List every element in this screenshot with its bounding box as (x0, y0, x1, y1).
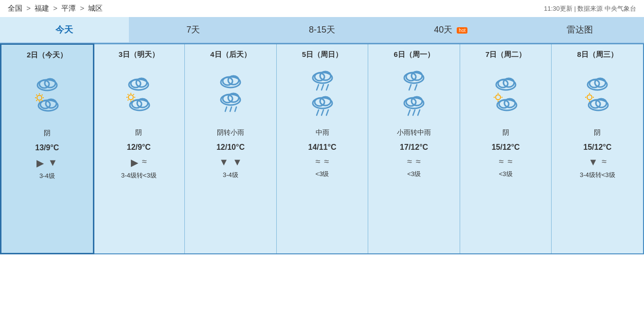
weather-icons (217, 66, 244, 120)
tab-radar[interactable]: 雷达图 (515, 17, 644, 42)
breadcrumb-sep: > (26, 4, 31, 12)
wind-level: <3级 (407, 170, 421, 178)
svg-line-38 (235, 107, 236, 111)
temperature: 15/12°C (492, 143, 520, 152)
breadcrumb[interactable]: 全国 > 福建 > 平潭 > 城区 (8, 4, 103, 13)
cloud-day-icon (492, 74, 519, 91)
cloud-day-icon (217, 71, 244, 89)
cloud-day-icon (584, 74, 611, 91)
hot-badge: hot (457, 27, 467, 34)
wind-arrow-1: ▼ (219, 157, 229, 168)
svg-line-48 (317, 110, 319, 115)
weather-desc: 小雨转中雨 (397, 128, 431, 137)
day-col-3: 4日（后天） 阴转小雨 12/10°C ▼ ▼ 3-4级 (185, 44, 277, 253)
wind-arrow-2: ▼ (48, 157, 57, 169)
day-col-6: 7日（周二） 阴 15/12°C ≈ ≈ <3级 (460, 44, 552, 253)
day-col-7: 8日（周三） 阴 15/12°C ▼ ≈ 3-4级转<3级 (552, 44, 643, 253)
wind-wave-2: ≈ (324, 157, 329, 167)
tab-40days[interactable]: 40天 hot (386, 17, 515, 42)
update-info: 11:30更新 | 数据来源 中央气象台 (544, 4, 636, 13)
wind-level: <3级 (499, 170, 513, 178)
wind-wave-1: ≈ (316, 157, 321, 167)
wind-wave-1: ≈ (602, 157, 607, 168)
wind-level: <3级 (316, 170, 329, 178)
weather-desc: 阴 (594, 128, 601, 137)
svg-line-44 (326, 85, 328, 90)
wind-wave-2: ≈ (508, 157, 513, 167)
svg-line-59 (408, 110, 410, 115)
svg-line-37 (230, 107, 232, 111)
wind-wave-2: ≈ (416, 157, 421, 167)
svg-line-11 (36, 95, 37, 96)
svg-line-12 (42, 100, 43, 101)
weather-icons (125, 66, 152, 120)
tab-8-15days[interactable]: 8-15天 (258, 17, 387, 42)
day-col-5: 6日（周一） 小雨转中雨 17/12°C ≈ ≈ <3级 (368, 44, 460, 253)
day-label: 4日（后天） (210, 50, 250, 59)
breadcrumb-sep: > (53, 4, 57, 12)
rain-day-icon (309, 68, 336, 92)
svg-line-28 (133, 94, 134, 95)
svg-point-6 (37, 95, 42, 100)
weather-desc: 阴 (44, 129, 51, 138)
svg-line-29 (128, 100, 129, 101)
weather-icons (492, 66, 519, 120)
svg-line-42 (317, 85, 319, 90)
day-label: 7日（周二） (485, 50, 526, 59)
svg-point-79 (587, 95, 592, 100)
tab-7days[interactable]: 7天 (129, 17, 258, 42)
svg-line-36 (225, 107, 227, 111)
wind-arrow-2: ▼ (233, 157, 242, 168)
rain-night-icon (400, 93, 428, 118)
wind-icons: ≈ ≈ (499, 157, 513, 167)
cloud-night-icon (34, 93, 61, 112)
wind-arrow-1: ▶ (131, 157, 138, 168)
temperature: 12/9°C (127, 143, 151, 152)
temperature: 13/9°C (35, 143, 59, 152)
temperature: 17/12°C (400, 143, 428, 152)
weather-desc: 阴转小雨 (217, 128, 244, 137)
wind-icons: ▼ ≈ (588, 157, 607, 168)
wind-wave-1: ≈ (407, 157, 412, 167)
svg-line-55 (415, 85, 417, 90)
tab-today[interactable]: 今天 (0, 17, 129, 42)
day-col-4: 5日（周日） 中雨 14/11°C ≈ (277, 44, 369, 253)
weather-icons (584, 66, 611, 120)
wind-level: 3-4级转<3级 (580, 171, 615, 179)
cloud-day-icon (125, 74, 152, 91)
weather-grid: 2日（今天） (0, 43, 644, 254)
svg-line-60 (413, 110, 415, 115)
top-bar: 全国 > 福建 > 平潭 > 城区 11:30更新 | 数据来源 中央气象台 (0, 0, 644, 17)
weather-icons (400, 66, 428, 120)
weather-desc: 中雨 (316, 128, 329, 137)
cloud-night-icon (492, 92, 519, 112)
wind-arrow-1: ▶ (36, 157, 44, 169)
cloud-day-icon (34, 74, 61, 92)
wind-arrow-1: ▼ (588, 157, 598, 168)
svg-line-43 (322, 85, 323, 90)
day-col-2: 3日（明天） 阴 12/9°C (93, 44, 185, 253)
cloud-night-icon (584, 92, 611, 112)
svg-line-14 (36, 100, 37, 101)
svg-line-54 (409, 85, 411, 90)
wind-level: 3-4级 (223, 171, 238, 179)
breadcrumb-sep: > (80, 4, 84, 12)
svg-point-68 (496, 95, 501, 100)
wind-icons: ≈ ≈ (316, 157, 329, 167)
svg-line-27 (133, 100, 134, 101)
day-col-today: 2日（今天） (0, 43, 94, 254)
weather-desc: 阴 (135, 128, 142, 137)
day-label: 6日（周一） (394, 50, 434, 59)
cloud-night-icon (125, 92, 152, 112)
wind-icons: ▼ ▼ (219, 157, 242, 168)
weather-icons (34, 67, 61, 120)
wind-icons: ▶ ▼ (36, 157, 57, 169)
weather-icons (309, 66, 336, 120)
day-label: 3日（明天） (119, 50, 159, 59)
svg-line-26 (128, 94, 129, 95)
day-label: 5日（周日） (302, 50, 342, 59)
wind-icons: ▶ ≈ (131, 157, 147, 168)
svg-line-50 (326, 110, 328, 115)
wind-icons: ≈ ≈ (407, 157, 421, 167)
temperature: 14/11°C (308, 143, 337, 152)
